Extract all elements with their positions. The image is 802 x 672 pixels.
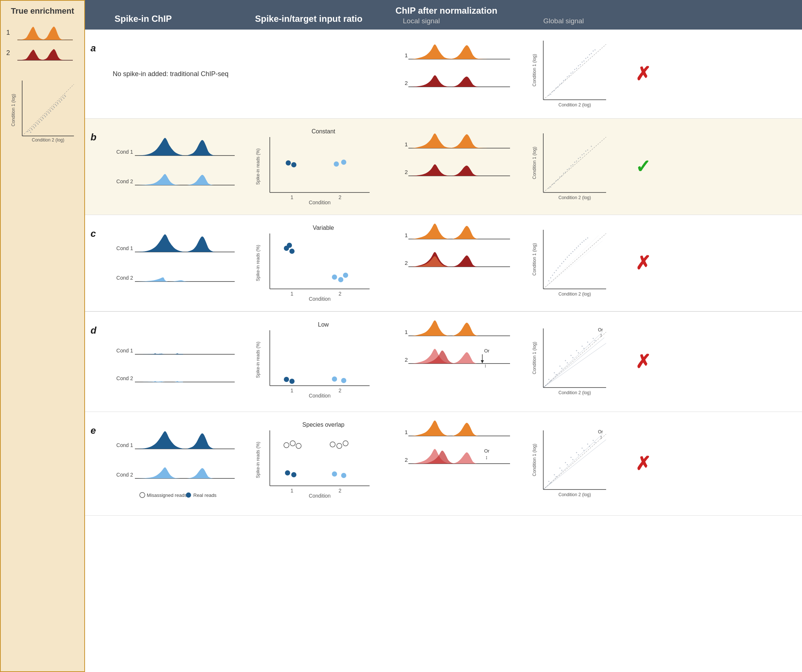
svg-point-63 xyxy=(578,65,579,66)
svg-point-67 xyxy=(593,51,594,52)
svg-text:Condition 1 (log): Condition 1 (log) xyxy=(532,54,537,86)
true-enrichment-title: True enrichment xyxy=(11,6,74,16)
svg-point-64 xyxy=(582,62,583,63)
svg-text:Cond 2: Cond 2 xyxy=(116,375,133,381)
svg-point-17 xyxy=(33,126,34,128)
svg-point-116 xyxy=(550,187,551,188)
svg-text:1: 1 xyxy=(291,194,293,200)
svg-line-206 xyxy=(543,338,604,388)
svg-point-32 xyxy=(54,107,55,108)
svg-point-78 xyxy=(587,57,589,58)
svg-text:Cond 1: Cond 1 xyxy=(116,442,133,448)
svg-point-159 xyxy=(567,257,568,258)
svg-point-251 xyxy=(337,443,342,449)
svg-point-7 xyxy=(35,124,36,126)
svg-text:Or: Or xyxy=(484,448,490,454)
svg-point-145 xyxy=(338,277,343,282)
svg-point-163 xyxy=(582,242,583,243)
svg-point-127 xyxy=(591,146,592,147)
section-a-local: 1 2 xyxy=(388,35,529,113)
header-global: Global signal xyxy=(536,17,676,25)
svg-point-146 xyxy=(343,273,348,278)
svg-point-36 xyxy=(30,132,31,133)
svg-point-35 xyxy=(65,96,66,97)
svg-point-45 xyxy=(63,98,65,99)
section-e: e Cond 1 Cond 2 Misassigned reads Real xyxy=(85,412,802,516)
svg-text:2: 2 xyxy=(338,388,341,393)
svg-point-76 xyxy=(580,64,581,65)
section-d-spike: Low Spike-in reads (%) 1 2 Condition xyxy=(247,317,388,406)
svg-text:2: 2 xyxy=(405,260,407,266)
svg-text:Condition 1 (log): Condition 1 (log) xyxy=(532,147,537,179)
section-d-local: 1 2 Or ↕ xyxy=(388,317,529,406)
section-label-a: a xyxy=(85,35,107,113)
svg-point-95 xyxy=(291,162,296,167)
svg-point-123 xyxy=(576,161,577,162)
svg-point-160 xyxy=(571,253,572,254)
svg-point-30 xyxy=(47,115,48,116)
svg-point-28 xyxy=(39,122,40,123)
svg-point-272 xyxy=(582,448,583,449)
svg-text:Condition 2 (log): Condition 2 (log) xyxy=(558,195,591,200)
svg-point-41 xyxy=(49,113,50,114)
svg-point-271 xyxy=(576,452,577,453)
svg-point-96 xyxy=(334,162,339,166)
svg-point-65 xyxy=(585,58,587,59)
section-d-chip: Cond 1 Cond 2 xyxy=(107,317,247,406)
svg-point-71 xyxy=(561,83,563,84)
svg-line-153 xyxy=(543,234,606,289)
svg-text:1: 1 xyxy=(291,291,293,297)
svg-point-266 xyxy=(548,481,550,482)
svg-point-224 xyxy=(589,344,590,345)
svg-point-211 xyxy=(565,360,566,361)
svg-text:1: 1 xyxy=(291,388,293,393)
svg-text:Condition 1 (log): Condition 1 (log) xyxy=(532,243,537,276)
header-local: Local signal xyxy=(395,17,536,25)
svg-point-77 xyxy=(584,61,585,62)
svg-point-12 xyxy=(53,106,54,107)
section-d: d Cond 1 Cond 2 xyxy=(85,312,802,412)
density-orange xyxy=(16,23,74,42)
section-d-spike-svg: Low Spike-in reads (%) 1 2 Condition xyxy=(255,319,381,401)
svg-text:Cond 2: Cond 2 xyxy=(116,178,133,184)
svg-point-157 xyxy=(559,266,561,267)
svg-text:Condition 2 (log): Condition 2 (log) xyxy=(32,137,64,142)
svg-point-270 xyxy=(571,457,572,458)
svg-point-279 xyxy=(572,459,574,460)
section-b-global-svg: Condition 1 (log) Condition 2 (log) xyxy=(532,130,613,204)
svg-point-60 xyxy=(567,76,568,78)
section-c-global: Condition 1 (log) Condition 2 (log) ✗ xyxy=(529,221,658,305)
svg-text:1: 1 xyxy=(405,329,407,335)
svg-text:↕: ↕ xyxy=(485,454,488,460)
svg-point-208 xyxy=(548,379,550,380)
svg-point-267 xyxy=(554,474,555,475)
svg-point-29 xyxy=(43,118,44,120)
svg-point-31 xyxy=(50,111,52,112)
section-a-global: Condition 1 (log) Condition 2 (log) ✗ xyxy=(529,35,658,113)
svg-point-250 xyxy=(330,442,335,447)
section-a: a No spike-in added: traditional ChIP-se… xyxy=(85,29,802,119)
svg-point-57 xyxy=(556,87,557,89)
svg-point-74 xyxy=(572,72,574,73)
svg-point-72 xyxy=(565,79,566,80)
svg-point-215 xyxy=(587,342,589,343)
svg-point-120 xyxy=(565,172,566,173)
svg-text:Condition 2 (log): Condition 2 (log) xyxy=(558,492,591,497)
svg-point-175 xyxy=(587,237,589,239)
svg-point-62 xyxy=(574,69,576,70)
svg-text:Condition 2 (log): Condition 2 (log) xyxy=(558,390,591,395)
section-c-global-svg: Condition 1 (log) Condition 2 (log) xyxy=(532,226,613,300)
svg-point-171 xyxy=(572,251,574,252)
section-c-chip: Cond 1 Cond 2 xyxy=(107,221,247,305)
svg-point-115 xyxy=(585,151,587,152)
result-a: ✗ xyxy=(632,63,654,85)
svg-point-236 xyxy=(186,493,191,498)
svg-point-245 xyxy=(284,443,289,448)
svg-point-281 xyxy=(584,450,585,451)
svg-point-105 xyxy=(548,188,550,189)
section-e-spike-svg: Species overlap Spike-in reads (%) 1 2 C… xyxy=(255,419,381,508)
cross-icon-e: ✗ xyxy=(635,453,651,474)
chart-row-1: 1 xyxy=(6,23,74,42)
section-label-d: d xyxy=(85,317,107,406)
svg-point-274 xyxy=(593,440,594,441)
